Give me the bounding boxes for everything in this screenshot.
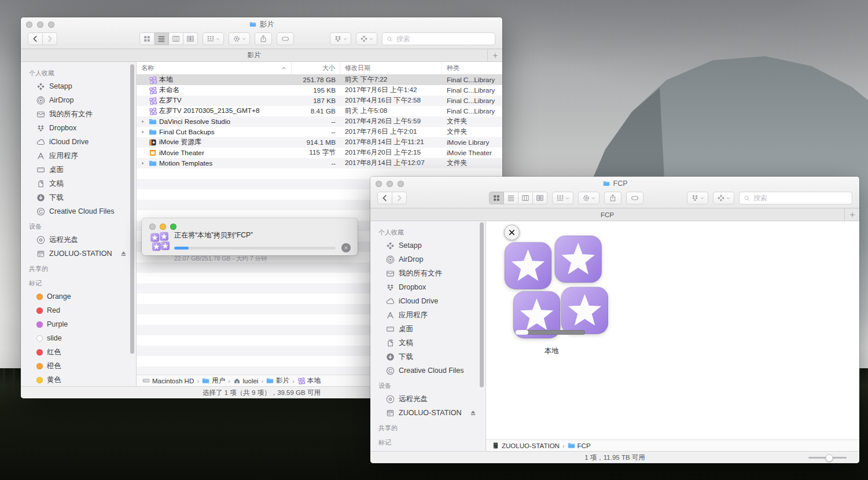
cancel-copy-button[interactable] bbox=[341, 243, 351, 252]
titlebar[interactable]: FCP bbox=[370, 177, 859, 190]
sidebar-item[interactable]: Dropbox bbox=[370, 280, 486, 294]
sidebar-item[interactable]: iCloud Drive bbox=[370, 294, 486, 308]
table-row[interactable]: DaVinci Resolve Studio--2017年4月26日 上午5:5… bbox=[137, 116, 502, 127]
search-input[interactable] bbox=[752, 193, 848, 203]
breadcrumb-segment[interactable]: 用户 bbox=[202, 376, 225, 385]
titlebar[interactable]: 影片 bbox=[21, 17, 502, 31]
zoom-button[interactable] bbox=[398, 181, 404, 187]
view-button-column-view[interactable] bbox=[169, 32, 183, 45]
table-row[interactable]: iMovie Theater115 字节2017年6月20日 上午2:15iMo… bbox=[137, 148, 502, 158]
minimize-button[interactable] bbox=[387, 181, 393, 187]
sidebar-scrollbar[interactable] bbox=[130, 64, 134, 354]
new-tab-button[interactable] bbox=[487, 49, 502, 61]
sidebar-item[interactable]: Dropbox bbox=[21, 121, 136, 135]
sidebar-item[interactable]: 应用程序 bbox=[21, 149, 136, 163]
sidebar-item[interactable]: 文稿 bbox=[370, 336, 486, 350]
setapp-button[interactable] bbox=[356, 32, 377, 45]
table-row[interactable]: Final Cut Backups--2017年7月6日 上午2:01文件夹 bbox=[137, 127, 502, 137]
sidebar-item[interactable]: 文稿 bbox=[21, 177, 136, 190]
breadcrumb-segment[interactable]: FCP bbox=[568, 442, 591, 449]
sidebar-item[interactable]: 桌面 bbox=[21, 163, 136, 177]
sidebar-item[interactable]: AirDrop bbox=[21, 93, 136, 107]
dropbox-button[interactable] bbox=[687, 192, 708, 204]
column-header-size[interactable]: 大小 bbox=[292, 62, 340, 74]
sidebar-scrollbar[interactable] bbox=[480, 222, 484, 387]
column-header-date[interactable]: 修改日期 bbox=[340, 62, 442, 74]
forward-button[interactable] bbox=[43, 32, 57, 45]
view-button-list-view[interactable] bbox=[155, 32, 169, 45]
share-button[interactable] bbox=[604, 192, 621, 204]
setapp-button[interactable] bbox=[713, 192, 734, 204]
table-row[interactable]: iMovie 资源库914.1 MB2017年8月14日 上午11:21iMov… bbox=[137, 137, 502, 148]
search-input[interactable] bbox=[395, 34, 491, 43]
column-header-kind[interactable]: 种类 bbox=[442, 62, 502, 74]
sidebar-item[interactable]: Creative Cloud Files bbox=[370, 364, 486, 378]
back-button[interactable] bbox=[28, 32, 43, 45]
sidebar-item[interactable]: ZUOLUO-STATION bbox=[370, 406, 486, 420]
group-button[interactable] bbox=[203, 32, 224, 45]
icon-size-slider[interactable] bbox=[808, 457, 847, 459]
sidebar-tag-item[interactable]: Red bbox=[21, 303, 136, 317]
sidebar-tag-item[interactable]: 橙色 bbox=[21, 359, 136, 373]
sidebar-tag-item[interactable]: Orange bbox=[21, 290, 136, 303]
breadcrumb-segment[interactable]: 本地 bbox=[297, 376, 321, 385]
table-row[interactable]: 本地251.78 GB前天 下午7:22Final C...Library bbox=[137, 75, 502, 85]
view-button-coverflow-view[interactable] bbox=[183, 32, 198, 45]
slider-knob[interactable] bbox=[826, 454, 833, 461]
minimize-button[interactable] bbox=[160, 223, 166, 230]
sidebar-item[interactable]: 下载 bbox=[21, 190, 136, 204]
view-button-icon-view[interactable] bbox=[489, 192, 504, 204]
table-row[interactable]: 左罗TV187 KB2017年4月16日 下午2:58Final C...Lib… bbox=[137, 96, 502, 106]
table-row[interactable]: Motion Templates--2017年8月14日 上午12:07文件夹 bbox=[137, 158, 502, 168]
zoom-button[interactable] bbox=[48, 21, 54, 28]
sidebar-tag-item[interactable]: 红色 bbox=[21, 345, 136, 359]
view-button-list-view[interactable] bbox=[504, 192, 518, 204]
sidebar-tag-item[interactable]: slide bbox=[21, 331, 136, 345]
close-button[interactable] bbox=[26, 21, 32, 28]
disclosure-triangle-icon[interactable] bbox=[139, 119, 146, 124]
table-row[interactable]: 左罗TV 20170305_2135_GMT+88.41 GB前天 上午5:08… bbox=[137, 106, 502, 116]
tab-movies[interactable]: 影片 bbox=[21, 49, 487, 61]
sidebar-item[interactable]: 我的所有文件 bbox=[21, 107, 136, 121]
disclosure-triangle-icon[interactable] bbox=[139, 161, 146, 166]
share-button[interactable] bbox=[255, 32, 272, 45]
search-field[interactable] bbox=[739, 192, 852, 204]
new-tab-button[interactable] bbox=[844, 208, 859, 221]
sidebar-tag-item[interactable]: 黄色 bbox=[21, 373, 136, 386]
sidebar-item[interactable]: 远程光盘 bbox=[370, 392, 486, 406]
minimize-button[interactable] bbox=[37, 21, 43, 28]
sidebar-item[interactable]: Creative Cloud Files bbox=[21, 204, 136, 218]
breadcrumb-segment[interactable]: luolei bbox=[233, 377, 259, 384]
search-field[interactable] bbox=[382, 32, 495, 45]
dropbox-button[interactable] bbox=[330, 32, 351, 45]
breadcrumb-segment[interactable]: Macintosh HD bbox=[142, 377, 194, 384]
action-gear-button[interactable] bbox=[578, 192, 599, 204]
view-button-column-view[interactable] bbox=[518, 192, 533, 204]
action-gear-button[interactable] bbox=[229, 32, 250, 45]
back-button[interactable] bbox=[377, 192, 392, 204]
zoom-button[interactable] bbox=[170, 223, 176, 230]
breadcrumb-segment[interactable]: ZUOLUO-STATION bbox=[492, 442, 560, 449]
column-header-name[interactable]: 名称 bbox=[137, 62, 292, 74]
eject-icon[interactable] bbox=[119, 250, 128, 258]
view-button-coverflow-view[interactable] bbox=[533, 192, 547, 204]
sidebar-item[interactable]: 下载 bbox=[370, 350, 486, 364]
forward-button[interactable] bbox=[392, 192, 407, 204]
eject-icon[interactable] bbox=[469, 409, 477, 417]
sidebar-item[interactable]: 我的所有文件 bbox=[370, 266, 486, 280]
tag-button[interactable] bbox=[277, 32, 294, 45]
sidebar-item[interactable]: 桌面 bbox=[370, 322, 486, 336]
table-row[interactable]: 未命名195 KB2017年7月6日 上午1:42Final C...Libra… bbox=[137, 85, 502, 96]
sidebar-item[interactable]: iCloud Drive bbox=[21, 135, 136, 149]
tab-fcp[interactable]: FCP bbox=[370, 208, 844, 221]
disclosure-triangle-icon[interactable] bbox=[139, 130, 146, 134]
tag-button[interactable] bbox=[626, 192, 643, 204]
copying-item[interactable]: 本地 bbox=[495, 227, 610, 360]
close-button[interactable] bbox=[149, 223, 156, 230]
sidebar-item[interactable]: Setapp bbox=[21, 79, 136, 93]
sidebar-item[interactable]: ZUOLUO-STATION bbox=[21, 247, 136, 261]
sidebar-tag-item[interactable]: Purple bbox=[21, 317, 136, 331]
sidebar-item[interactable]: 远程光盘 bbox=[21, 233, 136, 247]
group-button[interactable] bbox=[552, 192, 573, 204]
view-button-icon-view[interactable] bbox=[139, 32, 155, 45]
